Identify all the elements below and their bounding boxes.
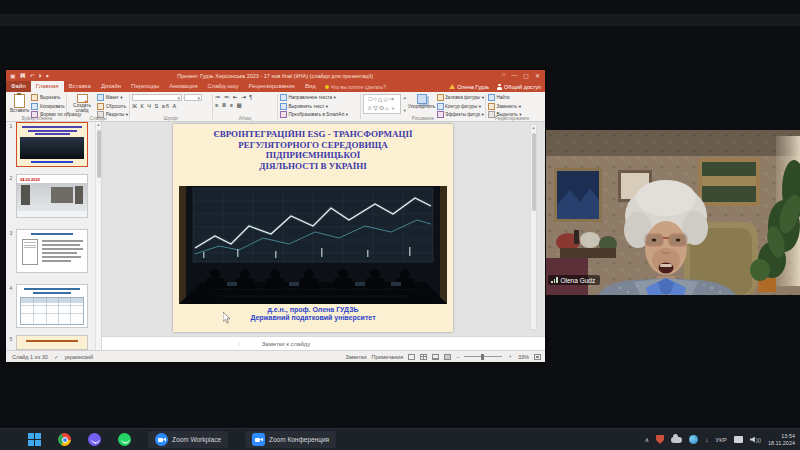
taskbar-clock[interactable]: 13:54 18.11.2024 <box>768 433 795 447</box>
ribbon-group-drawing: □○△◇⇒☆▽⊙⌂＋ ▲ ▼ Упорядочить Заливка фигур… <box>361 92 485 121</box>
audio-signal-icon <box>551 277 558 283</box>
start-button[interactable] <box>28 433 41 446</box>
slide-thumbnail-1[interactable] <box>16 122 88 167</box>
spellcheck-icon[interactable]: ✓ <box>54 354 59 360</box>
tab-review[interactable]: Рецензирование <box>244 81 300 92</box>
account-button[interactable]: Олена Гудзь <box>449 84 489 90</box>
tab-animations[interactable]: Анимация <box>164 81 202 92</box>
whatsapp-icon[interactable] <box>118 433 131 446</box>
reading-view-button[interactable] <box>432 354 439 360</box>
align-text-button[interactable]: Выровнять текст▾ <box>280 103 348 110</box>
minimize-button[interactable]: — <box>511 72 517 79</box>
font-style-buttons[interactable]: Ж К Ч S аб А <box>132 103 211 109</box>
tab-file[interactable]: Файл <box>6 81 31 92</box>
webcam-scene <box>546 130 800 295</box>
zoom-workplace-taskbar-button[interactable]: Zoom Workplace <box>148 431 228 448</box>
paste-button[interactable]: Вставить <box>10 94 29 114</box>
list-indent-buttons[interactable]: ≔ ≕ ⇤ ⇥ ¶ <box>215 94 276 100</box>
slide-thumbnail-2[interactable]: 24.02.2022 <box>16 174 88 218</box>
download-arrow-icon[interactable]: ↓ <box>705 436 709 444</box>
zoom-meeting-taskbar-button[interactable]: Zoom Конференция <box>245 431 336 448</box>
normal-view-button[interactable] <box>408 354 415 360</box>
powerpoint-titlebar: ▣ 🖪 ↶ ⏵ ▾ Презент Гудзь Херсонська 2023 … <box>6 70 545 81</box>
ribbon-group-text-tools: Направление текста▾ Выровнять текст▾ Пре… <box>278 92 360 121</box>
slide-thumbnail-3[interactable] <box>16 229 88 273</box>
notes-pane[interactable]: ⁞ Заметки к слайду <box>102 336 545 350</box>
zoom-out-button[interactable]: − <box>456 354 459 360</box>
shapes-scroll-down[interactable]: ▼ <box>403 108 407 113</box>
comments-toggle[interactable]: Примечания <box>372 354 404 360</box>
new-slide-icon <box>77 94 88 103</box>
undo-button[interactable]: ↶ <box>30 71 35 81</box>
zoom-in-button[interactable]: ＋ <box>507 353 513 360</box>
layout-button[interactable]: Макет▾ <box>97 94 128 101</box>
security-shield-icon[interactable] <box>656 435 664 444</box>
slide-editor-area: ЄВРОІНТЕГРАЦІЙНІ ESG - ТРАНСФОРМАЦІЇ РЕГ… <box>102 122 545 336</box>
slide2-date-text: 24.02.2022 <box>20 177 40 182</box>
speaker-icon[interactable]: ))) <box>750 437 761 443</box>
ribbon-tabs: Файл Главная Вставка Дизайн Переходы Ани… <box>6 81 545 92</box>
save-button[interactable]: 🖪 <box>20 71 26 81</box>
slide-author-block[interactable]: д.е.н., проф. Олена ГУДЗЬ Державний пода… <box>179 306 447 323</box>
tray-overflow-chevron[interactable]: ∧ <box>645 436 649 443</box>
close-button[interactable]: ✕ <box>535 72 540 79</box>
tab-slideshow[interactable]: Слайд-шоу <box>202 81 243 92</box>
font-size-select[interactable]: ▾ <box>184 94 202 101</box>
shape-fill-button[interactable]: Заливка фигуры▾ <box>437 94 484 101</box>
tab-design[interactable]: Дизайн <box>96 81 126 92</box>
shapes-scroll-up[interactable]: ▲ <box>403 95 407 100</box>
slideshow-view-button[interactable] <box>444 354 451 360</box>
new-slide-button[interactable]: Создать слайд <box>69 94 95 114</box>
language-indicator[interactable]: украинский <box>65 354 94 360</box>
participant-video-tile[interactable]: Olena Gudz <box>546 130 800 295</box>
fit-to-window-button[interactable] <box>534 354 541 360</box>
start-slideshow-button[interactable]: ⏵ <box>39 71 42 81</box>
share-button[interactable]: Общий доступ <box>497 84 541 90</box>
network-icon[interactable] <box>689 435 698 444</box>
slide-canvas[interactable]: ЄВРОІНТЕГРАЦІЙНІ ESG - ТРАНСФОРМАЦІЇ РЕГ… <box>173 124 453 332</box>
slide-title[interactable]: ЄВРОІНТЕГРАЦІЙНІ ESG - ТРАНСФОРМАЦІЇ РЕГ… <box>179 129 447 171</box>
slide-number: 4 <box>6 284 16 328</box>
language-indicator[interactable]: УКР <box>716 437 727 443</box>
zoom-slider[interactable] <box>464 356 502 357</box>
zoom-app-icon <box>155 433 168 446</box>
slide-image-boardroom[interactable] <box>179 186 447 304</box>
slide-thumbnail-4[interactable] <box>16 284 88 328</box>
find-button[interactable]: Найти <box>488 94 522 101</box>
replace-button[interactable]: Заменить▾ <box>488 103 522 110</box>
restore-button[interactable]: ▢ <box>523 72 529 79</box>
reset-button[interactable]: Сбросить <box>97 103 128 110</box>
viber-icon[interactable] <box>88 433 101 446</box>
ribbon-group-clipboard: Вставить Вырезать Копировать Формат по о… <box>8 92 66 121</box>
ribbon-display-options-button[interactable]: ⌾ <box>502 72 506 79</box>
tab-home[interactable]: Главная <box>31 81 64 92</box>
thumbnails-scrollbar[interactable]: ▲ <box>95 122 101 350</box>
shapes-gallery[interactable]: □○△◇⇒☆▽⊙⌂＋ <box>363 94 401 114</box>
tab-transitions[interactable]: Переходы <box>126 81 164 92</box>
zoom-level[interactable]: 33% <box>518 354 529 360</box>
notes-toggle[interactable]: Заметки <box>345 354 366 360</box>
notes-placeholder: Заметки к слайду <box>262 341 311 347</box>
app-icon: ▣ <box>10 71 16 81</box>
onedrive-cloud-icon[interactable] <box>671 437 682 443</box>
alignment-buttons[interactable]: ≡ ≣ ≡ ▦ <box>215 102 276 108</box>
tell-me-box[interactable]: Что вы хотите сделать? <box>325 81 386 92</box>
tab-insert[interactable]: Вставка <box>64 81 96 92</box>
chrome-icon[interactable] <box>58 433 71 446</box>
touch-keyboard-icon[interactable] <box>734 436 743 443</box>
font-name-select[interactable]: ▾ <box>132 94 182 101</box>
arrange-icon <box>417 94 427 104</box>
shared-screen-band <box>0 14 800 26</box>
slide-sorter-view-button[interactable] <box>420 354 427 360</box>
slide-scrollbar[interactable]: ▲ <box>530 124 537 330</box>
convert-smartart-button[interactable]: Преобразовать в SmartArt▾ <box>280 111 348 118</box>
ribbon-group-font: ▾ ▾ Ж К Ч S аб А Шрифт <box>130 92 212 121</box>
text-direction-button[interactable]: Направление текста▾ <box>280 94 348 101</box>
shape-outline-button[interactable]: Контур фигуры▾ <box>437 103 484 110</box>
slide-thumbnail-5[interactable] <box>16 335 88 350</box>
slide-thumbnails-panel: 1 2 24.02.2022 <box>6 122 102 350</box>
notes-resize-handle[interactable]: ⁞ <box>238 341 240 347</box>
person-icon <box>497 84 502 90</box>
tab-view[interactable]: Вид <box>300 81 321 92</box>
arrange-button[interactable]: Упорядочить <box>409 94 435 114</box>
